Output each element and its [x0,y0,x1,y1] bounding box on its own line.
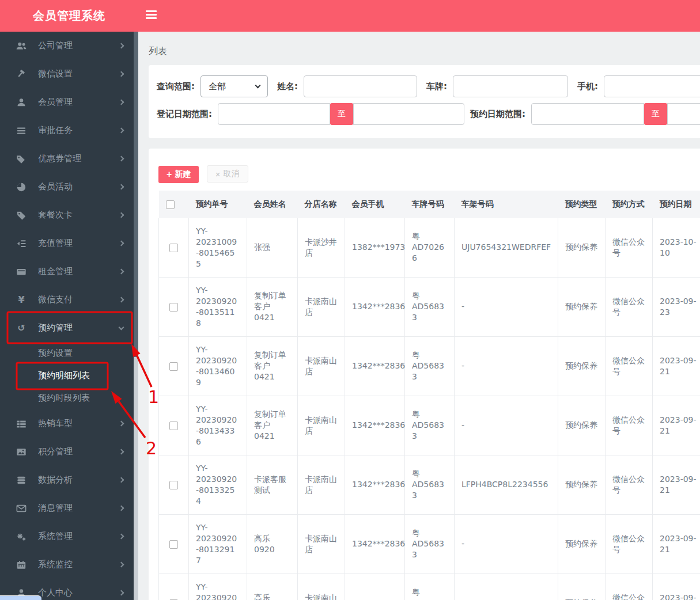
sidebar-item-hot-models[interactable]: 热销车型 [0,409,134,438]
cell-phone: 1342***2836 [345,336,405,396]
sidebar-item-recharge[interactable]: 充值管理 [0,229,134,257]
register-date-to-button[interactable]: 至 [330,103,353,125]
column-header-method: 预约方式 [606,191,653,218]
chevron-right-icon [119,241,124,246]
chevron-right-icon [119,590,124,596]
sidebar-item-wechat-settings[interactable]: 微信设置 [0,60,134,88]
cell-vin: UJU7654321WEDRFEF [455,218,558,278]
cell-order-no: YY-20230920-80132917 [189,514,247,574]
column-header-date: 预约日期 [653,191,700,218]
cell-vin: - [455,396,558,455]
chevron-right-icon [119,184,124,190]
cell-branch: 卡派南山店 [298,336,345,396]
cell-method: 微信公众号 [606,514,653,574]
sidebar-item-rent[interactable]: 租金管理 [0,257,134,286]
sidebar-scrollbar[interactable] [134,32,138,600]
toolbar: + 新建 × 取消 [158,165,700,183]
cell-order-no: YY-20230920-80134609 [189,336,247,396]
app-title: 会员管理系统 [33,0,105,32]
scope-label: 查询范围: [157,81,195,92]
row-checkbox[interactable] [169,244,178,252]
cell-order-no: YY-20230920-80133254 [189,455,247,514]
chevron-right-icon [119,534,124,540]
register-date-to-input[interactable] [353,103,464,125]
top-bar: 会员管理系统 [0,0,700,32]
sidebar-item-appointments[interactable]: ↺ 预约管理 [0,314,134,342]
app-window: 会员管理系统 公司管理 微信设置 会员管理 审批任务 优惠券管理 会员活动 [0,0,700,600]
sidebar-item-points[interactable]: 积分管理 [0,438,134,466]
sidebar-item-company[interactable]: 公司管理 [0,32,134,60]
sidebar-scrollbar-thumb[interactable] [134,32,138,357]
cell-branch: 卡派沙井店 [298,218,345,278]
chevron-right-icon [119,156,124,162]
row-checkbox[interactable] [169,303,178,312]
sidebar-item-system-management[interactable]: 系统管理 [0,522,134,550]
sidebar-item-package-cards[interactable]: 套餐次卡 [0,201,134,229]
table-row: YY-20230920-80133254 卡派客服测试 卡派南山店 1342**… [159,455,700,514]
register-date-from-input[interactable] [218,103,330,125]
chevron-right-icon [119,269,124,275]
sidebar-subitem-appointment-detail-list[interactable]: 预约明细列表 [0,364,134,387]
cell-order-no: YY-20230920-80135118 [189,277,247,336]
table-header-row: 预约单号 会员姓名 分店名称 会员手机 车牌号码 车架号码 预约类型 预约方式 … [159,191,700,218]
cell-type: 预约保养 [558,336,606,396]
column-header-member-name: 会员姓名 [247,191,298,218]
sidebar-subitem-appointment-timeslot-list[interactable]: 预约时段列表 [0,387,134,409]
row-checkbox[interactable] [169,362,178,371]
cell-date: 2023-09-21 [653,514,700,574]
cancel-button[interactable]: × 取消 [207,165,248,183]
yen-icon: ¥ [16,294,27,306]
row-checkbox[interactable] [169,421,178,430]
link-preview-tooltip [0,595,41,600]
sidebar-item-wechat-pay[interactable]: ¥ 微信支付 [0,286,134,314]
sidebar-item-data-analysis[interactable]: 数据分析 [0,466,134,494]
cell-type: 预约保养 [558,218,606,278]
cell-method: 微信公众号 [606,336,653,396]
register-date-range-label: 登记日期范围: [157,109,212,120]
phone-input[interactable] [604,75,700,97]
plate-input[interactable] [453,75,568,97]
hamburger-menu-icon[interactable] [146,10,157,21]
table-row: YY-20230920-80135118 复制订单客户0421 卡派南山店 13… [159,277,700,336]
cell-date: 2023-09-21 [653,336,700,396]
select-all-checkbox[interactable] [166,200,175,209]
phone-label: 手机: [577,81,598,92]
sidebar-item-system-monitor[interactable]: 系统监控 [0,550,134,579]
sidebar-item-messages[interactable]: 消息管理 [0,494,134,522]
sidebar-item-coupons[interactable]: 优惠券管理 [0,145,134,173]
cell-member-name: 高乐0920 [247,574,298,600]
cell-date: 2023-09-21 [653,574,700,600]
sidebar: 公司管理 微信设置 会员管理 审批任务 优惠券管理 会员活动 套餐次卡 充值管 [0,32,134,600]
cell-order-no: YY-20230920-80134336 [189,396,247,455]
calendar-icon [16,559,27,571]
cell-vin: - [455,336,558,396]
cell-branch: 卡派南山店 [298,514,345,574]
list-icon [16,125,27,136]
sidebar-item-members[interactable]: 会员管理 [0,88,134,116]
appointment-date-to-button[interactable]: 至 [644,103,667,125]
filter-panel: 查询范围: 全部 姓名: 车牌: 手机: 登记日期范围: 至 [149,65,700,138]
cell-phone: 1342***2836 [345,514,405,574]
cell-plate: 粤AD56833 [405,514,455,574]
row-checkbox[interactable] [169,481,178,489]
sidebar-item-member-activities[interactable]: 会员活动 [0,173,134,201]
chevron-down-icon [255,83,261,89]
sidebar-subitem-appointment-settings[interactable]: 预约设置 [0,342,134,364]
new-button[interactable]: + 新建 [158,166,199,183]
cell-plate: 粤AD56833 [405,277,455,336]
column-header-phone: 会员手机 [345,191,405,218]
appointment-date-from-input[interactable] [531,103,644,125]
appointment-date-to-input[interactable] [667,103,700,125]
name-input[interactable] [304,75,417,97]
table-row: YY-20230920-80132674 高乐0920 卡派南山店 1342**… [159,574,700,600]
tags-icon [16,153,27,165]
table-row: YY-20230920-80132917 高乐0920 卡派南山店 1342**… [159,514,700,574]
scope-select[interactable]: 全部 [200,75,268,97]
row-checkbox[interactable] [169,540,178,549]
cell-method: 微信公众号 [606,455,653,514]
cell-phone: 1382***1973 [345,218,405,278]
chevron-right-icon [119,449,124,455]
cell-method: 微信公众号 [606,396,653,455]
sidebar-item-approval-tasks[interactable]: 审批任务 [0,116,134,145]
chevron-right-icon [119,506,124,511]
